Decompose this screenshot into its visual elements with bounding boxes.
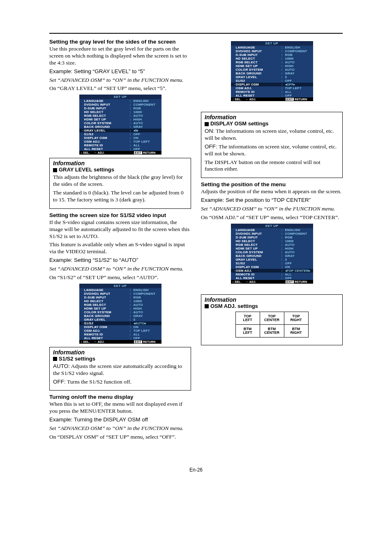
info-box-osmadj: Information OSM ADJ. settings TOPLEFT TO… <box>201 294 343 345</box>
body-text: This adjusts the brightness of the black… <box>53 174 187 188</box>
body-text: The standard is 0 (black). The level can… <box>53 190 187 203</box>
body-text: On “DISPLAY OSM” of “SET UP” menu, selec… <box>49 434 191 441</box>
info-subtitle: GRAY LEVEL settings <box>53 166 187 173</box>
section-title: Setting the gray level for the sides of … <box>49 39 191 45</box>
info-subtitle: DISPLAY OSM settings <box>205 120 339 127</box>
italic-note: Set “ADVANCED OSM” to “ON” in the FUNCTI… <box>49 266 191 273</box>
columns: Setting the gray level for the sides of … <box>49 39 343 442</box>
setting-line: OFF: Turns the S1/S2 function off. <box>53 379 187 386</box>
osd-menu-graylevel: SET UPLANGUAGE:ENGLISHDVD/HD1 INPUT:COMP… <box>79 95 161 155</box>
setting-line: OFF: The informations on screen size, vo… <box>205 143 339 157</box>
body-text: When this is set to OFF, the menu will n… <box>49 401 191 415</box>
info-box-graylevel: Information GRAY LEVEL settings This adj… <box>49 158 191 209</box>
body-text: The DISPLAY button on the remote control… <box>205 159 339 173</box>
example-text: Example: Turning the DISPLAY OSM off <box>49 416 191 423</box>
osd-menu-osmadj: SET UPLANGUAGE:ENGLISHDVD/HD1 INPUT:COMP… <box>231 224 313 284</box>
info-box-s1s2: Information S1/S2 settings AUTO: Adjusts… <box>49 347 191 391</box>
italic-note: Set “ADVANCED OSM” to “ON” in the FUNCTI… <box>49 425 191 432</box>
setting-line: ON: The informations on screen size, vol… <box>205 128 339 142</box>
osd-menu-displayosm: SET UPLANGUAGE:ENGLISHDVD/HD1 INPUT:COMP… <box>231 41 313 101</box>
section-title: Setting the screen size for S1/S2 video … <box>49 212 191 218</box>
top-rule <box>49 33 343 34</box>
info-title: Information <box>53 349 187 356</box>
body-text: On “S1/S2” of “SET UP” menu, select “AUT… <box>49 274 191 281</box>
body-text: This feature is available only when an S… <box>49 241 191 255</box>
info-subtitle: OSM ADJ. settings <box>205 303 339 309</box>
body-text: Use this procedure to set the gray level… <box>49 46 191 67</box>
page-number: En-26 <box>49 467 343 473</box>
italic-note: Set “ADVANCED OSM” to “ON” in the FUNCTI… <box>49 77 191 84</box>
position-grid: TOPLEFT TOPCENTER TOPRIGHT BTMLEFT BTMCE… <box>235 312 309 338</box>
right-column: SET UPLANGUAGE:ENGLISHDVD/HD1 INPUT:COMP… <box>201 39 343 442</box>
body-text: Adjusts the position of the menu when it… <box>201 188 343 195</box>
grid-cell: BTMLEFT <box>235 324 260 337</box>
example-text: Example: Setting “GRAY LEVEL” to “5” <box>49 68 191 75</box>
grid-cell: TOPRIGHT <box>284 312 308 324</box>
setting-line: AUTO: Adjusts the screen size automatica… <box>53 363 187 377</box>
example-text: Example: Set the position to “TOP CENTER… <box>201 197 343 204</box>
grid-cell: BTMRIGHT <box>284 324 308 337</box>
italic-note: Set “ADVANCED OSM” to “ON” in the FUNCTI… <box>201 206 343 213</box>
section-title: Setting the position of the menu <box>201 181 343 187</box>
info-title: Information <box>53 160 187 166</box>
info-title: Information <box>205 296 339 303</box>
osd-menu-s1s2: SET UPLANGUAGE:ENGLISHDVD/HD1 INPUT:COMP… <box>79 284 161 344</box>
body-text: On “GRAY LEVEL” of “SET UP” menu, select… <box>49 85 191 92</box>
info-subtitle: S1/S2 settings <box>53 356 187 362</box>
grid-cell: TOPLEFT <box>235 312 260 324</box>
info-title: Information <box>205 114 339 120</box>
grid-cell: BTMCENTER <box>260 324 284 337</box>
left-column: Setting the gray level for the sides of … <box>49 39 191 442</box>
body-text: If the S-video signal contains screen si… <box>49 219 191 240</box>
section-title: Turning on/off the menu display <box>49 394 191 400</box>
grid-cell: TOPCENTER <box>260 312 284 324</box>
body-text: On “OSM ADJ.” of “SET UP” menu, select “… <box>201 214 343 221</box>
example-text: Example: Setting “S1/S2” to “AUTO” <box>49 257 191 264</box>
info-box-displayosm: Information DISPLAY OSM settings ON: The… <box>201 112 343 178</box>
